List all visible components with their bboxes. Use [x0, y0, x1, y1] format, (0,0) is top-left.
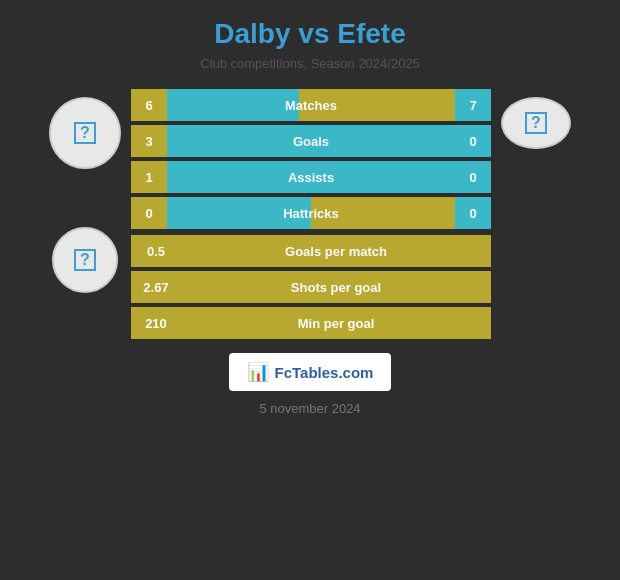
stat-left-val: 0 — [131, 197, 167, 229]
stat-bar-gpm: Goals per match — [181, 235, 491, 267]
table-row-single: 210 Min per goal — [131, 307, 491, 339]
stat-label-assists: Assists — [167, 170, 455, 185]
stat-label-hattricks: Hattricks — [167, 206, 455, 221]
stat-bar-hattricks: Hattricks — [167, 197, 455, 229]
date-label: 5 november 2024 — [259, 401, 360, 416]
table-row-single: 0.5 Goals per match — [131, 235, 491, 267]
stat-bar-spg: Shots per goal — [181, 271, 491, 303]
left-avatars: ? ? — [49, 97, 121, 293]
watermark-text: FcTables.com — [275, 364, 374, 381]
watermark-icon: 📊 — [247, 361, 269, 383]
stats-table: 6 Matches 7 3 Goals 0 1 — [131, 89, 491, 339]
stat-left-val: 1 — [131, 161, 167, 193]
main-container: Dalby vs Efete Club competitions, Season… — [0, 0, 620, 580]
avatar-right-1: ? — [501, 97, 571, 149]
table-row: 6 Matches 7 — [131, 89, 491, 121]
stat-right-val: 7 — [455, 89, 491, 121]
stat-right-val: 0 — [455, 197, 491, 229]
avatar-left-1: ? — [49, 97, 121, 169]
stat-label-mpg: Min per goal — [181, 316, 491, 331]
watermark: 📊 FcTables.com — [229, 353, 392, 391]
stat-label-goals: Goals — [167, 134, 455, 149]
table-row: 0 Hattricks 0 — [131, 197, 491, 229]
stat-bar-assists: Assists — [167, 161, 455, 193]
table-row: 3 Goals 0 — [131, 125, 491, 157]
stat-left-val: 3 — [131, 125, 167, 157]
stat-left-val: 6 — [131, 89, 167, 121]
stat-single-left-val: 210 — [131, 307, 181, 339]
avatar-left-2: ? — [52, 227, 118, 293]
right-avatars: ? — [501, 97, 571, 149]
stat-label-matches: Matches — [167, 98, 455, 113]
page-title: Dalby vs Efete — [214, 18, 405, 50]
stat-bar-mpg: Min per goal — [181, 307, 491, 339]
stat-right-val: 0 — [455, 161, 491, 193]
stat-bar-goals: Goals — [167, 125, 455, 157]
stat-label-spg: Shots per goal — [181, 280, 491, 295]
stats-section: ? ? 6 Matches 7 3 — [10, 89, 610, 339]
stat-single-left-val: 2.67 — [131, 271, 181, 303]
stat-bar-matches: Matches — [167, 89, 455, 121]
question-icon-right-1: ? — [525, 112, 547, 134]
table-row-single: 2.67 Shots per goal — [131, 271, 491, 303]
stat-label-gpm: Goals per match — [181, 244, 491, 259]
table-row: 1 Assists 0 — [131, 161, 491, 193]
subtitle: Club competitions, Season 2024/2025 — [200, 56, 420, 71]
stat-single-left-val: 0.5 — [131, 235, 181, 267]
stat-right-val: 0 — [455, 125, 491, 157]
question-icon-left-2: ? — [74, 249, 96, 271]
question-icon-left-1: ? — [74, 122, 96, 144]
